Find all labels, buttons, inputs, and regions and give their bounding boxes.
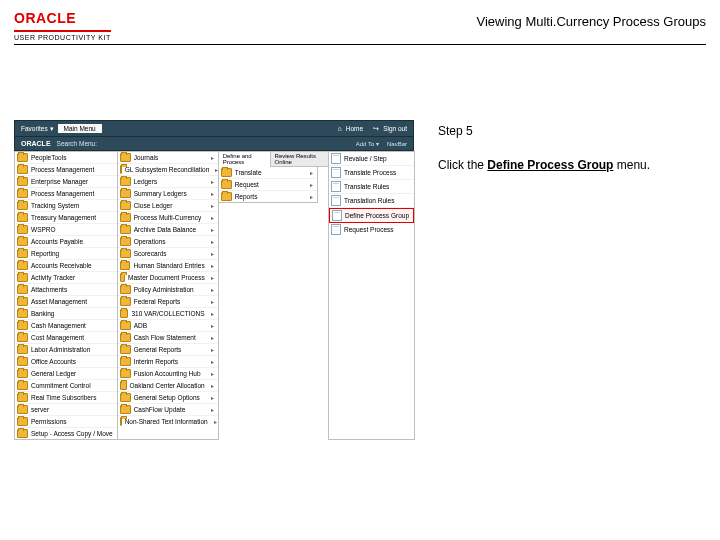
menu-item[interactable]: Reporting xyxy=(15,248,117,260)
menu-item[interactable]: CashFlow Update▸ xyxy=(118,404,218,416)
menu-item[interactable]: Policy Administration▸ xyxy=(118,284,218,296)
submenu-arrow-icon: ▸ xyxy=(205,286,214,293)
navbar-link[interactable]: NavBar xyxy=(387,141,407,147)
menu-item[interactable]: General Setup Options▸ xyxy=(118,392,218,404)
menu-item[interactable]: Setup - Access Copy / Move xyxy=(15,428,117,439)
folder-icon xyxy=(17,321,28,330)
menu-item-label: Federal Reports xyxy=(134,298,181,305)
menu-item-label: Archive Data Balance xyxy=(134,226,197,233)
menu-item[interactable]: General Reports▸ xyxy=(118,344,218,356)
menu-item[interactable]: Oakland Center Allocation▸ xyxy=(118,380,218,392)
menu-item[interactable]: Translate Process xyxy=(329,166,414,180)
menu-item[interactable]: Process Multi-Currency▸ xyxy=(118,212,218,224)
menu-item[interactable]: Process Management xyxy=(15,164,117,176)
menu-item[interactable]: Master Document Process▸ xyxy=(118,272,218,284)
menu-item-label: Office Accounts xyxy=(31,358,76,365)
home-link[interactable]: Home xyxy=(346,125,363,132)
menu-item[interactable]: Cost Management xyxy=(15,332,117,344)
menu-item-label: Process Management xyxy=(31,190,94,197)
menu-item-label: Fusion Accounting Hub xyxy=(134,370,201,377)
menu-item[interactable]: Process Management xyxy=(15,188,117,200)
menu-item[interactable]: Treasury Management xyxy=(15,212,117,224)
menu-item[interactable]: Scorecards▸ xyxy=(118,248,218,260)
menu-item[interactable]: Close Ledger▸ xyxy=(118,200,218,212)
menu-item[interactable]: Request Process xyxy=(329,223,414,236)
menu-item[interactable]: 310 VAR/COLLECTIONS▸ xyxy=(118,308,218,320)
menu-item[interactable]: Accounts Payable xyxy=(15,236,117,248)
menu-item-label: Scorecards xyxy=(134,250,167,257)
folder-icon xyxy=(120,153,131,162)
menu-item[interactable]: Journals▸ xyxy=(118,152,218,164)
folder-icon xyxy=(17,297,28,306)
menu-item[interactable]: Accounts Receivable xyxy=(15,260,117,272)
menu-item[interactable]: General Ledger xyxy=(15,368,117,380)
menu-item[interactable]: Real Time Subscribers xyxy=(15,392,117,404)
folder-icon xyxy=(120,333,131,342)
menu-item[interactable]: server xyxy=(15,404,117,416)
menu-column-2-group: Define and Process Review Results Online… xyxy=(218,151,328,440)
home-icon[interactable]: ⌂ xyxy=(338,125,342,132)
menu-item[interactable]: Cash Flow Statement▸ xyxy=(118,332,218,344)
menu-item[interactable]: PeopleTools xyxy=(15,152,117,164)
menu-item[interactable]: Interim Reports▸ xyxy=(118,356,218,368)
menu-item-label: Cash Flow Statement xyxy=(134,334,196,341)
menu-item[interactable]: Reports▸ xyxy=(219,191,317,202)
submenu-arrow-icon: ▸ xyxy=(205,298,214,305)
menu-item[interactable]: Human Standard Entries▸ xyxy=(118,260,218,272)
menu-item[interactable]: Archive Data Balance▸ xyxy=(118,224,218,236)
menu-item-label: Real Time Subscribers xyxy=(31,394,96,401)
menu-item[interactable]: Translate▸ xyxy=(219,167,317,179)
menu-item[interactable]: Office Accounts xyxy=(15,356,117,368)
menu-item[interactable]: WSPRO xyxy=(15,224,117,236)
menu-item-label: Oakland Center Allocation xyxy=(130,382,205,389)
menu-item-label: Attachments xyxy=(31,286,67,293)
submenu-arrow-icon: ▸ xyxy=(205,406,214,413)
menu-item[interactable]: Operations▸ xyxy=(118,236,218,248)
menu-item[interactable]: Non-Shared Text Information▸ xyxy=(118,416,218,427)
menu-item[interactable]: Summary Ledgers▸ xyxy=(118,188,218,200)
submenu-arrow-icon: ▸ xyxy=(205,382,214,389)
tab-define-and-process[interactable]: Define and Process xyxy=(218,151,271,167)
menu-item[interactable]: Asset Management xyxy=(15,296,117,308)
app-navbar: ORACLE Search Menu: Add To ▾ NavBar xyxy=(14,137,414,151)
signout-link[interactable]: Sign out xyxy=(383,125,407,132)
submenu-tabs: Define and Process Review Results Online xyxy=(218,151,328,167)
menu-item-label: Translate Process xyxy=(344,169,396,176)
menu-item-label: Translate Rules xyxy=(344,183,389,190)
menu-item-label: GL Subsystem Reconciliation xyxy=(125,166,210,173)
menu-item-label: Tracking System xyxy=(31,202,79,209)
menu-item-label: Close Ledger xyxy=(134,202,173,209)
favorites-menu[interactable]: Favorites ▾ xyxy=(21,125,54,133)
folder-icon xyxy=(17,261,28,270)
menu-item[interactable]: Labor Administration xyxy=(15,344,117,356)
menu-item[interactable]: Attachments xyxy=(15,284,117,296)
menu-item[interactable]: Revalue / Step xyxy=(329,152,414,166)
menu-item[interactable]: GL Subsystem Reconciliation▸ xyxy=(118,164,218,176)
menu-item[interactable]: Banking xyxy=(15,308,117,320)
menu-item[interactable]: Cash Management xyxy=(15,320,117,332)
menu-item[interactable]: Permissions xyxy=(15,416,117,428)
signout-icon[interactable]: ↪ xyxy=(373,125,379,133)
menu-item-label: Cost Management xyxy=(31,334,84,341)
tab-review-results-online[interactable]: Review Results Online xyxy=(270,151,329,167)
menu-item[interactable]: Enterprise Manager xyxy=(15,176,117,188)
menu-item[interactable]: Ledgers▸ xyxy=(118,176,218,188)
menu-item[interactable]: Activity Tracker xyxy=(15,272,117,284)
menu-item[interactable]: ADB▸ xyxy=(118,320,218,332)
folder-icon xyxy=(120,261,131,270)
menu-item-label: Ledgers xyxy=(134,178,158,185)
menu-item[interactable]: Define Process Group xyxy=(329,208,414,223)
menu-item[interactable]: Fusion Accounting Hub▸ xyxy=(118,368,218,380)
menu-item[interactable]: Translation Rules xyxy=(329,194,414,208)
folder-icon xyxy=(120,213,131,222)
menu-item[interactable]: Request▸ xyxy=(219,179,317,191)
main-menu-tab[interactable]: Main Menu xyxy=(58,124,102,133)
menu-item[interactable]: Tracking System xyxy=(15,200,117,212)
menu-item[interactable]: Translate Rules xyxy=(329,180,414,194)
menu-item-label: Revalue / Step xyxy=(344,155,387,162)
menu-item[interactable]: Commitment Control xyxy=(15,380,117,392)
submenu-arrow-icon: ▸ xyxy=(205,238,214,245)
menu-item[interactable]: Federal Reports▸ xyxy=(118,296,218,308)
addto-menu[interactable]: Add To ▾ xyxy=(356,140,379,147)
folder-icon xyxy=(120,405,131,414)
